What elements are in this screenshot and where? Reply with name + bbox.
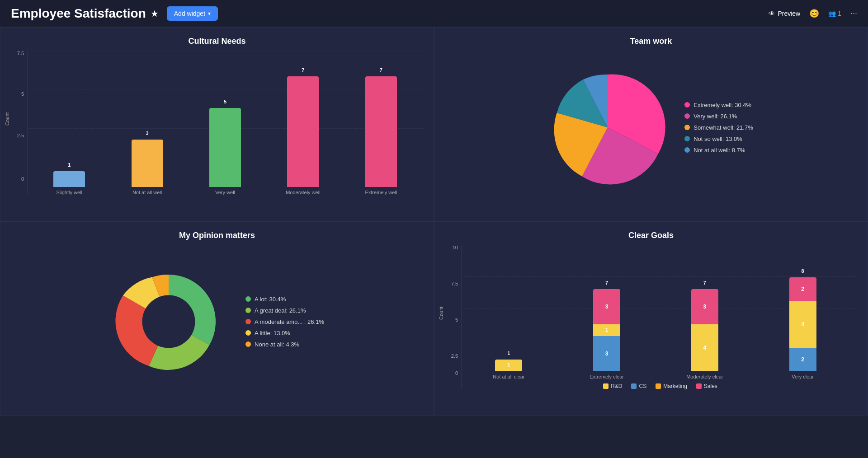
cultural-needs-chart: 7.5 5 2.5 0 Count 1	[9, 51, 425, 195]
y-label-7.5: 7.5	[17, 51, 24, 56]
x-label-very-well: Very well	[191, 190, 259, 195]
opinion-legend: A lot: 30.4% A great deal: 26.1% A moder…	[245, 296, 324, 348]
team-work-legend: Extremely well: 30.4% Very well: 26.1% S…	[684, 102, 753, 154]
team-work-pie	[549, 69, 666, 186]
header-right: 👁 Preview 😊 👥 1 ···	[769, 9, 857, 19]
legend-sq-sales	[696, 383, 702, 389]
x-label-slightly-well: Slightly well	[35, 190, 104, 195]
seg-rd: 1	[495, 360, 522, 371]
legend-dot-somewhat-well	[684, 125, 690, 130]
legend-dot-extremely-well	[684, 102, 690, 107]
x-label-not-at-all-clear: Not at all clear	[471, 374, 547, 379]
clear-goals-title: Clear Goals	[443, 231, 859, 240]
cg-y-2.5: 2.5	[451, 353, 458, 359]
legend-dot-a-lot	[245, 296, 251, 302]
cg-y-5: 5	[455, 317, 458, 322]
x-label-extremely-well: Extremely well	[347, 190, 415, 195]
seg-sales: 3	[593, 289, 620, 324]
cultural-needs-title: Cultural Needs	[9, 37, 425, 46]
legend-dot-great-deal	[245, 308, 251, 313]
header: Employee Satisfaction ★ Add widget 👁 Pre…	[0, 0, 868, 27]
seg-rd: 1	[593, 324, 620, 336]
x-label-not-at-all-well: Not at all well	[113, 190, 181, 195]
clear-goals-legend: R&D CS Marketing Sales	[462, 383, 859, 389]
legend-little: A little: 13.0%	[245, 330, 324, 336]
legend-dot-none	[245, 341, 251, 347]
preview-button[interactable]: 👁 Preview	[769, 10, 800, 17]
bar-very-well: 5	[191, 108, 259, 187]
clear-goals-widget: Clear Goals 10 7.5 5 2.5 0 Count	[434, 221, 868, 416]
seg-rd: 4	[789, 301, 816, 348]
legend-great-deal: A great deal: 26.1%	[245, 307, 324, 314]
emoji-icon[interactable]: 😊	[809, 9, 819, 19]
seg-sales: 3	[691, 289, 718, 324]
y-label-5: 5	[21, 91, 24, 97]
add-widget-button[interactable]: Add widget	[167, 6, 218, 21]
eye-icon: 👁	[769, 10, 775, 17]
opinion-matters-title: My Opinion matters	[9, 231, 425, 240]
bar-slightly-well: 1	[35, 171, 104, 187]
dashboard: Cultural Needs 7.5 5 2.5 0 Count 1	[0, 27, 868, 458]
more-icon[interactable]: ···	[850, 9, 857, 18]
x-label-extremely-clear: Extremely clear	[569, 374, 645, 379]
legend-sales: Sales	[696, 383, 717, 389]
legend-cs: CS	[631, 383, 646, 389]
team-work-chart: Extremely well: 30.4% Very well: 26.1% S…	[443, 51, 859, 204]
y-axis-label: Count	[5, 112, 10, 126]
legend-rd: R&D	[603, 383, 622, 389]
bar-extremely-clear: 7 3 1 3	[569, 289, 645, 371]
bar-extremely-well: 7	[347, 76, 415, 187]
star-icon[interactable]: ★	[151, 8, 159, 19]
legend-a-lot: A lot: 30.4%	[245, 296, 324, 303]
bar-moderately-well: 7	[269, 76, 337, 187]
team-work-widget: Team work	[434, 27, 868, 221]
cg-y-10: 10	[453, 245, 458, 250]
x-label-moderately-clear: Moderately clear	[667, 374, 743, 379]
legend-marketing: Marketing	[656, 383, 687, 389]
legend-sq-rd	[603, 383, 609, 389]
user-icon: 👥	[828, 10, 836, 17]
legend-dot-not-so-well	[684, 136, 690, 141]
opinion-matters-chart: A lot: 30.4% A great deal: 26.1% A moder…	[9, 245, 425, 398]
legend-dot-not-at-all-well	[684, 147, 690, 153]
user-count: 👥 1	[828, 10, 841, 17]
legend-dot-moderate	[245, 319, 251, 324]
x-label-moderately-well: Moderately well	[269, 190, 337, 195]
bar-not-at-all-clear: 1 1	[471, 360, 547, 371]
donut-hole	[142, 295, 195, 348]
legend-sq-marketing	[656, 383, 661, 389]
cg-y-7.5: 7.5	[451, 281, 458, 286]
page-title: Employee Satisfaction	[11, 6, 146, 21]
legend-very-well: Very well: 26.1%	[684, 113, 753, 120]
opinion-matters-widget: My Opinion matters A lot: 3	[0, 221, 434, 416]
seg-rd: 4	[691, 324, 718, 371]
legend-dot-very-well	[684, 113, 690, 119]
y-label-0: 0	[21, 176, 24, 182]
legend-not-so-well: Not so well: 13.0%	[684, 136, 753, 142]
y-label-2.5: 2.5	[17, 133, 24, 138]
legend-sq-cs	[631, 383, 637, 389]
legend-not-at-all-well: Not at all well: 8.7%	[684, 147, 753, 154]
bar-very-clear: 8 2 4 2	[765, 277, 840, 371]
bar-not-at-all-well: 3	[113, 140, 181, 187]
cg-y-0: 0	[455, 370, 458, 376]
legend-somewhat-well: Somewhat well: 21.7%	[684, 124, 753, 131]
cultural-needs-widget: Cultural Needs 7.5 5 2.5 0 Count 1	[0, 27, 434, 221]
clear-goals-chart: 10 7.5 5 2.5 0 Count 1	[443, 245, 859, 389]
seg-cs: 2	[789, 348, 816, 371]
cg-y-label: Count	[439, 307, 444, 320]
legend-extremely-well: Extremely well: 30.4%	[684, 102, 753, 108]
legend-dot-little	[245, 330, 251, 336]
seg-cs: 3	[593, 336, 620, 371]
legend-none-at-all: None at all: 4.3%	[245, 341, 324, 348]
opinion-donut	[110, 263, 227, 380]
team-work-title: Team work	[443, 37, 859, 46]
bar-moderately-clear: 7 4 3	[667, 289, 743, 371]
legend-moderate: A moderate amo... : 26.1%	[245, 318, 324, 325]
x-label-very-clear: Very clear	[765, 374, 840, 379]
seg-sales: 2	[789, 277, 816, 301]
